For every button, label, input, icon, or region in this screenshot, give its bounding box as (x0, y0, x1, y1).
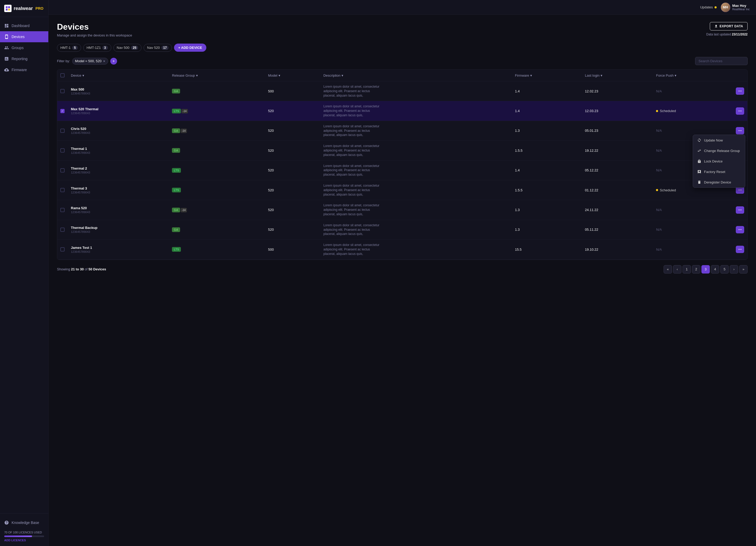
row-action-button[interactable]: ··· (736, 107, 744, 115)
dropdown-lock-device[interactable]: Lock Device (693, 156, 745, 166)
search-input[interactable] (695, 57, 748, 65)
model-cell: 520 (265, 121, 320, 140)
dropdown-factory-reset[interactable]: Factory Reset (693, 166, 745, 177)
filter-add-button[interactable]: + (110, 58, 117, 65)
tab-nav520[interactable]: Nav 520 17 (144, 44, 172, 52)
release-group-badge: LTS (172, 247, 181, 252)
devices-table: Device ▾ Release Group ▾ Model ▾ Descrip… (57, 70, 747, 260)
table-row: Chris 520123645789043GA-14520Lorem ipsum… (57, 121, 747, 140)
row-action-button[interactable]: ··· (736, 226, 744, 233)
page-3[interactable]: 3 (701, 265, 710, 274)
row-checkbox[interactable] (60, 89, 65, 93)
model-cell: 500 (265, 81, 320, 101)
filter-left: Filter by: Model = 500, 520 × + (57, 58, 117, 65)
header-actions: EXPORT DATA Data last updated 23/11/2022 (706, 22, 748, 36)
add-device-button[interactable]: + ADD DEVICE (174, 44, 206, 52)
dropdown-update-now[interactable]: Update Now (693, 135, 745, 145)
tab-nav520-label: Nav 520 (147, 46, 160, 50)
row-checkbox[interactable] (60, 129, 65, 133)
device-name: Thermal 3 (71, 186, 166, 190)
row-checkbox[interactable] (60, 188, 65, 192)
device-name: Max 500 (71, 87, 166, 91)
filter-chip-remove[interactable]: × (103, 59, 105, 63)
page-prev[interactable]: ‹ (673, 265, 681, 274)
row-checkbox[interactable] (60, 247, 65, 251)
col-model[interactable]: Model ▾ (265, 70, 320, 81)
col-force-push[interactable]: Force Push ▾ (653, 70, 733, 81)
device-type-tabs: HMT-1 5 HMT-1Z1 3 Nav 500 25 Nav 520 17 … (57, 44, 748, 52)
firmware-cell: 1.3 (512, 121, 582, 140)
tab-hmt1[interactable]: HMT-1 5 (57, 44, 81, 52)
col-release-group[interactable]: Release Group ▾ (169, 70, 265, 81)
firmware-cell: 1.3 (512, 200, 582, 220)
avatar: MH (721, 3, 730, 12)
showing-text: Showing 21 to 30 of 50 Devices (57, 267, 106, 271)
factory-reset-icon (697, 170, 701, 174)
table-row: James Test 1123645789043LTS500Lorem ipsu… (57, 240, 747, 259)
release-offset-badge: -14 (181, 208, 187, 212)
sidebar-item-devices[interactable]: Devices (0, 31, 48, 42)
page-1[interactable]: 1 (683, 265, 691, 274)
device-name: Chris 520 (71, 127, 166, 131)
select-all-checkbox[interactable] (60, 73, 65, 77)
row-checkbox[interactable] (60, 168, 65, 172)
tab-hmt1z1-count: 3 (102, 46, 108, 50)
row-action-button[interactable]: ··· (736, 87, 744, 95)
updates-notification-dot (715, 6, 717, 8)
add-licences-btn[interactable]: ADD LICENCES (4, 539, 44, 542)
page-4[interactable]: 4 (711, 265, 719, 274)
page-first[interactable]: « (664, 265, 672, 274)
scheduled-dot (656, 189, 658, 191)
tab-nav520-count: 17 (161, 46, 169, 50)
row-checkbox[interactable] (60, 228, 65, 232)
force-push-cell: N/A (653, 240, 733, 259)
sidebar-item-firmware[interactable]: Firmware (0, 64, 48, 75)
col-description[interactable]: Description ▾ (320, 70, 512, 81)
knowledge-base-link[interactable]: Knowledge Base (4, 518, 44, 528)
row-action-button[interactable]: ··· (736, 206, 744, 214)
filter-bar: Filter by: Model = 500, 520 × + (57, 57, 748, 65)
col-device[interactable]: Device ▾ (68, 70, 169, 81)
page-header: Devices Manage and assign the devices in… (57, 22, 748, 37)
release-group-badge: LTS (172, 188, 181, 192)
updates-button[interactable]: Updates (700, 5, 716, 9)
col-firmware[interactable]: Firmware ▾ (512, 70, 582, 81)
row-action-button[interactable]: ··· (736, 246, 744, 253)
firmware-cell: 1.5.5 (512, 141, 582, 160)
dropdown-deregister-device-label: Deregister Device (704, 180, 731, 184)
svg-rect-1 (8, 6, 10, 8)
row-checkbox[interactable] (60, 109, 65, 113)
page-2[interactable]: 2 (692, 265, 700, 274)
page-next[interactable]: › (730, 265, 738, 274)
dropdown-change-release-group[interactable]: Change Release Group (693, 145, 745, 156)
table-row: Max 520 Thermal123645789043LTS-14520Lore… (57, 101, 747, 121)
groups-icon (4, 45, 9, 50)
sidebar-item-reporting[interactable]: Reporting (0, 53, 48, 64)
col-last-login[interactable]: Last login ▾ (582, 70, 653, 81)
device-name: Thermal Backup (71, 226, 166, 230)
page-5[interactable]: 5 (720, 265, 729, 274)
dropdown-deregister-device[interactable]: Deregister Device (693, 177, 745, 187)
tab-nav500[interactable]: Nav 500 25 (113, 44, 142, 52)
release-offset-badge: -14 (181, 109, 188, 113)
row-checkbox[interactable] (60, 148, 65, 153)
sidebar-item-dashboard[interactable]: Dashboard (0, 20, 48, 31)
last-login-cell: 05.01.23 (582, 121, 653, 140)
row-action-button[interactable]: ··· (736, 127, 744, 134)
page-last[interactable]: » (739, 265, 748, 274)
sidebar-item-groups[interactable]: Groups (0, 42, 48, 53)
row-checkbox[interactable] (60, 208, 65, 212)
firmware-cell: 1.4 (512, 101, 582, 121)
dashboard-icon (4, 23, 9, 28)
export-data-button[interactable]: EXPORT DATA (710, 22, 748, 30)
tab-hmt1z1[interactable]: HMT-1Z1 3 (83, 44, 111, 52)
lock-icon (697, 159, 701, 163)
description-cell: Lorem ipsum dolor sit amet, consectetur … (323, 203, 381, 216)
force-push-cell: N/A (653, 81, 733, 101)
licence-bar (4, 535, 44, 537)
update-icon (697, 138, 701, 142)
last-login-cell: 05.12.22 (582, 160, 653, 180)
description-cell: Lorem ipsum dolor sit amet, consectetur … (323, 104, 381, 117)
devices-icon (4, 34, 9, 39)
updates-label: Updates (700, 5, 713, 9)
